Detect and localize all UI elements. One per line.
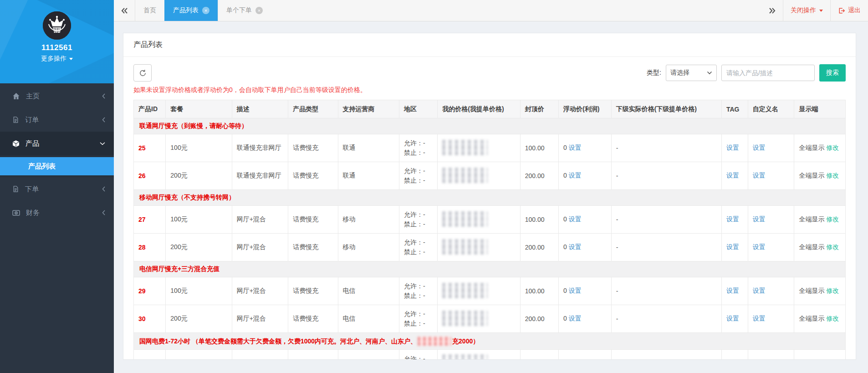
sidebar-item-product-list[interactable]: 产品列表 — [0, 157, 114, 175]
carrier-cell: 移动 — [338, 234, 399, 261]
description-cell — [232, 350, 288, 360]
tab-label: 产品列表 — [173, 6, 199, 15]
display-cell: 全端显示 修改 — [794, 305, 846, 333]
custom-name-set-link[interactable]: 设置 — [753, 287, 766, 294]
product-table-body: 联通网厅慢充（到账慢，请耐心等待）25100元联通慢充非网厅话费慢充联通允许：-… — [134, 118, 846, 360]
my-price-cell — [438, 134, 520, 162]
display-modify-link[interactable]: 修改 — [826, 287, 839, 294]
more-actions-dropdown[interactable]: 更多操作 — [41, 55, 73, 63]
float-set-link[interactable]: 设置 — [569, 315, 582, 322]
region-allow: 允许：- — [404, 210, 433, 220]
sidebar-item-products[interactable]: 产品 — [0, 132, 114, 155]
custom-name-set-link[interactable]: 设置 — [753, 243, 766, 250]
product-type-cell: 话费慢充 — [288, 162, 338, 190]
user-id: 1112561 — [0, 43, 114, 52]
tab-close-icon[interactable] — [255, 7, 263, 14]
column-header: 产品ID — [134, 100, 166, 118]
tag-cell: 设置 — [721, 305, 748, 333]
type-label: 类型: — [647, 69, 661, 77]
caret-down-icon — [69, 58, 73, 60]
submenu-item-label: 产品列表 — [28, 162, 56, 171]
sidebar-item-home[interactable]: 主页 — [0, 84, 114, 108]
tabs-scroll-left-button[interactable] — [114, 0, 135, 21]
display-cell: 全端显示 修改 — [794, 277, 846, 305]
logout-button[interactable]: 退出 — [830, 0, 868, 21]
float-price-cell: 0 设置 — [559, 305, 612, 333]
sidebar-item-place-order[interactable]: 下单 — [0, 177, 114, 201]
custom-name-set-link[interactable]: 设置 — [753, 315, 766, 322]
display-modify-link[interactable]: 修改 — [826, 243, 839, 250]
content-area: 产品列表 类型: 请选择 搜索 — [114, 21, 868, 373]
display-cell — [794, 350, 846, 360]
money-icon — [12, 209, 20, 216]
sub-price-cell: - — [611, 134, 721, 162]
user-avatar[interactable] — [43, 11, 71, 40]
display-modify-link[interactable]: 修改 — [826, 172, 839, 179]
product-row: 27100元网厅+混合话费慢充移动允许：-禁止：-100.000 设置-设置设置… — [134, 206, 846, 234]
search-input[interactable] — [721, 65, 815, 81]
float-set-link[interactable]: 设置 — [569, 215, 582, 223]
custom-name-set-link[interactable]: 设置 — [753, 172, 766, 179]
float-set-link[interactable]: 设置 — [569, 144, 582, 151]
column-header: 套餐 — [166, 100, 232, 118]
float-set-link[interactable]: 设置 — [569, 172, 582, 179]
column-header: 描述 — [232, 100, 288, 118]
chevron-left-icon — [102, 209, 106, 216]
display-cell: 全端显示 修改 — [794, 134, 846, 162]
region-deny: 禁止：- — [404, 220, 433, 229]
float-price-cell: 0 设置 — [559, 234, 612, 261]
region-cell: 允许：-禁止：- — [399, 234, 437, 261]
custom-name-set-link[interactable]: 设置 — [753, 215, 766, 223]
sidebar-item-orders[interactable]: 订单 — [0, 108, 114, 132]
cap-price-cell: 100.00 — [520, 277, 558, 305]
region-allow: 允许：- — [404, 354, 433, 360]
type-select[interactable]: 请选择 — [666, 65, 717, 81]
search-button[interactable]: 搜索 — [819, 64, 846, 82]
tag-cell: 设置 — [721, 206, 748, 234]
search-group: 类型: 请选择 搜索 — [647, 64, 846, 82]
package-cell — [166, 350, 232, 360]
tag-set-link[interactable]: 设置 — [726, 144, 739, 151]
product-id-cell: 29 — [134, 277, 166, 305]
custom-name-set-link[interactable]: 设置 — [753, 144, 766, 151]
package-cell: 100元 — [166, 206, 232, 234]
column-header: 我的价格(我提单价格) — [438, 100, 520, 118]
float-price-cell: 0 设置 — [559, 206, 612, 234]
sidebar-item-finance[interactable]: 财务 — [0, 201, 114, 225]
product-type-cell: 话费慢充 — [288, 277, 338, 305]
tab-home[interactable]: 首页 — [135, 0, 164, 21]
close-actions-dropdown[interactable]: 关闭操作 — [783, 0, 830, 21]
float-price-cell: 0 设置 — [559, 134, 612, 162]
float-set-link[interactable]: 设置 — [569, 287, 582, 294]
group-label: 移动网厅慢充（不支持携号转网） — [139, 194, 235, 201]
tag-set-link[interactable]: 设置 — [726, 243, 739, 250]
cap-price-cell: 200.00 — [520, 234, 558, 261]
display-modify-link[interactable]: 修改 — [826, 144, 839, 151]
display-mode: 全端显示 — [799, 172, 826, 179]
group-label-suffix: 充2000） — [452, 337, 479, 345]
tab-product-list[interactable]: 产品列表 — [164, 0, 218, 21]
tab-close-icon[interactable] — [202, 7, 209, 14]
group-header-row: 移动网厅慢充（不支持携号转网） — [134, 190, 846, 206]
float-set-link[interactable]: 设置 — [569, 243, 582, 250]
product-id-cell — [134, 350, 166, 360]
column-header: 自定义名 — [748, 100, 794, 118]
tag-set-link[interactable]: 设置 — [726, 315, 739, 322]
sidebar-user-panel: 1112561 更多操作 — [0, 0, 114, 83]
tag-set-link[interactable]: 设置 — [726, 172, 739, 179]
column-header: 浮动价(利润) — [559, 100, 612, 118]
display-modify-link[interactable]: 修改 — [826, 215, 839, 223]
refresh-button[interactable] — [133, 64, 152, 82]
description-cell: 网厅+混合 — [232, 277, 288, 305]
tab-single-order[interactable]: 单个下单 — [218, 0, 271, 21]
tag-set-link[interactable]: 设置 — [726, 287, 739, 294]
chevron-left-icon — [102, 186, 106, 192]
custom-name-cell: 设置 — [748, 162, 794, 190]
tag-set-link[interactable]: 设置 — [726, 215, 739, 223]
group-header-cell: 电信网厅慢充+三方混合充值 — [134, 261, 846, 277]
my-price-cell — [438, 162, 520, 190]
region-allow: 允许：- — [404, 281, 433, 291]
home-icon — [12, 92, 20, 100]
tabs-scroll-right-button[interactable] — [762, 0, 783, 21]
display-modify-link[interactable]: 修改 — [826, 315, 839, 322]
